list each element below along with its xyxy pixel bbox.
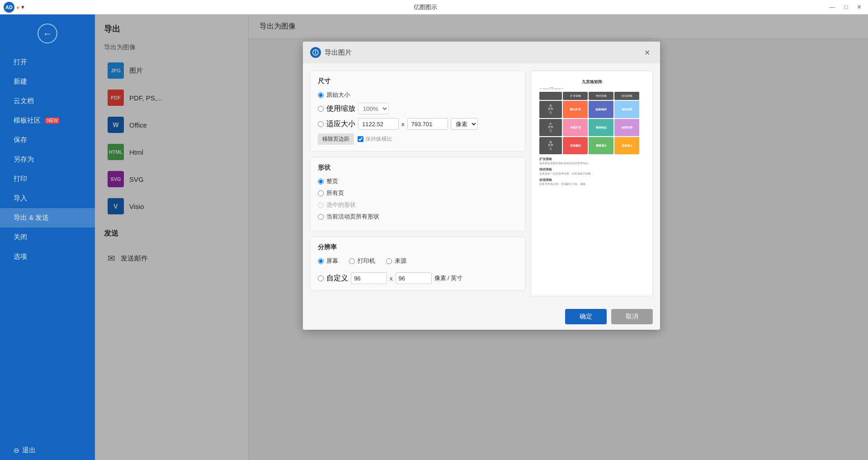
all-pages-label[interactable]: 所有页	[326, 189, 344, 197]
scale-select[interactable]: 100%	[358, 103, 389, 114]
dialog-overlay: 导出图片 ✕ 尺寸	[95, 14, 868, 460]
cell-1-1: 增长/扩张	[563, 101, 588, 118]
custom-label[interactable]: 自定义	[326, 274, 348, 283]
dialog-footer: 确定 取消	[303, 304, 660, 330]
keep-ratio-label[interactable]: 保持纵横比	[358, 135, 392, 143]
selected-shapes-radio[interactable]	[318, 202, 324, 208]
app-title: 亿图图示	[24, 3, 826, 11]
current-page-shapes-label[interactable]: 当前活动页所有形状	[326, 213, 379, 221]
new-label: 新建	[14, 77, 27, 86]
custom-resolution-radio[interactable]	[318, 275, 324, 281]
close-label: 关闭	[14, 233, 27, 242]
original-size-radio[interactable]	[318, 92, 324, 98]
sidebar-item-import[interactable]: 导入	[0, 189, 95, 208]
dialog-header-left: 导出图片	[310, 47, 352, 58]
cell-2-2: 维持地位	[589, 119, 613, 136]
sidebar-item-close[interactable]: 关闭	[0, 228, 95, 247]
back-button[interactable]: ←	[38, 24, 57, 43]
preview-image: 九宫格矩阵 ←—— 77 ——→	[531, 71, 652, 296]
minimize-button[interactable]: —	[826, 3, 838, 11]
new-badge: NEW	[45, 118, 59, 123]
all-pages-row: 所有页	[318, 189, 518, 197]
user-info[interactable]: AD ♦ ▾	[4, 2, 24, 13]
selected-shapes-label[interactable]: 选中的形状	[326, 201, 356, 209]
cell-1-2: 选择/维持	[589, 101, 613, 118]
sidebar-item-new[interactable]: 新建	[0, 72, 95, 91]
options-label: 选项	[14, 252, 27, 261]
custom-x-input[interactable]	[351, 272, 387, 284]
printer-label[interactable]: 打印机	[358, 257, 375, 265]
remove-margin-button[interactable]: 移除页边距	[318, 133, 354, 145]
content-area: 导出 导出为图像 JPG 图片 PDF PDF, PS,... W	[95, 14, 868, 460]
x-separator: x	[401, 121, 405, 128]
sidebar-item-exit[interactable]: ⊖ 退出	[0, 441, 95, 460]
save-label: 保存	[14, 136, 27, 144]
cell-3-3: 迅速退出	[614, 137, 639, 154]
sidebar-item-cloud[interactable]: 云文档	[0, 91, 95, 111]
dialog-close-button[interactable]: ✕	[642, 47, 653, 58]
sidebar-item-save-as[interactable]: 另存为	[0, 150, 95, 169]
avatar: AD	[4, 2, 14, 13]
resolution-x-separator: x	[390, 275, 393, 282]
screen-label[interactable]: 屏幕	[326, 257, 338, 265]
title-bar: AD ♦ ▾ 亿图图示 — □ ✕	[0, 0, 868, 14]
dialog-header: 导出图片 ✕	[303, 42, 660, 63]
dialog-icon	[310, 47, 321, 58]
resolution-section: 分辨率 屏幕 打印机	[310, 237, 525, 291]
printer-row: 打印机	[349, 257, 375, 265]
close-button[interactable]: ✕	[854, 3, 864, 11]
screen-radio[interactable]	[318, 258, 324, 264]
sidebar-item-save[interactable]: 保存	[0, 130, 95, 150]
sidebar-item-templates[interactable]: 模板社区 NEW	[0, 111, 95, 130]
all-pages-radio[interactable]	[318, 190, 324, 196]
cloud-label: 云文档	[14, 97, 34, 105]
confirm-button[interactable]: 确定	[565, 309, 607, 324]
cancel-button[interactable]: 取消	[611, 309, 653, 324]
cell-2-3: 收割利润	[614, 119, 639, 136]
original-size-row: 原始大小	[318, 91, 518, 99]
custom-resolution-row: 自定义 x 像素 / 英寸	[318, 272, 518, 284]
dropdown-arrow: ▾	[21, 4, 24, 10]
printer-radio[interactable]	[349, 258, 355, 264]
keep-ratio-checkbox[interactable]	[358, 136, 363, 142]
fit-size-radio[interactable]	[318, 121, 324, 127]
cell-1-3: 维持优势	[614, 101, 639, 118]
cell-2-1: 有限扩张	[563, 119, 588, 136]
cell-3-1: 双倍赌注	[563, 137, 588, 154]
original-size-label[interactable]: 原始大小	[326, 91, 350, 99]
shape-section-title: 形状	[318, 164, 518, 172]
sidebar-item-open[interactable]: 打开	[0, 52, 95, 72]
sidebar: ← 打开 新建 云文档 模板社区 NEW 保存 另存为 打印 导入 导出 & 发…	[0, 14, 95, 460]
resolution-radio-group: 屏幕 打印机 来源	[318, 257, 518, 269]
width-input[interactable]	[358, 118, 399, 130]
dialog-form: 尺寸 原始大小 使用缩放 100%	[310, 71, 525, 296]
fit-size-label[interactable]: 适应大小	[326, 119, 355, 129]
back-area: ←	[0, 19, 95, 48]
source-label[interactable]: 来源	[395, 257, 406, 265]
current-page-shapes-radio[interactable]	[318, 214, 324, 220]
use-scale-radio[interactable]	[318, 106, 324, 112]
whole-page-label[interactable]: 整页	[326, 177, 338, 185]
custom-y-input[interactable]	[396, 272, 432, 284]
dialog-preview: 九宫格矩阵 ←—— 77 ——→	[531, 71, 653, 296]
chart-preview: 九宫格矩阵 ←—— 77 ——→	[536, 76, 648, 291]
maximize-button[interactable]: □	[841, 3, 850, 11]
open-label: 打开	[14, 58, 27, 66]
exit-label: 退出	[22, 446, 36, 455]
sidebar-item-options[interactable]: 选项	[0, 247, 95, 266]
height-input[interactable]	[407, 118, 448, 130]
selected-shapes-row: 选中的形状	[318, 201, 518, 209]
whole-page-radio[interactable]	[318, 179, 324, 185]
sidebar-item-export-send[interactable]: 导出 & 发送	[0, 208, 95, 228]
source-row: 来源	[386, 257, 406, 265]
main-container: ← 打开 新建 云文档 模板社区 NEW 保存 另存为 打印 导入 导出 & 发…	[0, 14, 868, 460]
cell-3-2: 缓慢退出	[589, 137, 613, 154]
import-label: 导入	[14, 194, 27, 203]
source-radio[interactable]	[386, 258, 392, 264]
dialog-title: 导出图片	[325, 48, 352, 57]
exit-icon: ⊖	[14, 446, 19, 455]
unit-select[interactable]: 像素	[451, 118, 478, 130]
sidebar-item-print[interactable]: 打印	[0, 169, 95, 189]
use-scale-label[interactable]: 使用缩放	[326, 104, 355, 114]
pixels-per-inch-label: 像素 / 英寸	[434, 274, 463, 282]
